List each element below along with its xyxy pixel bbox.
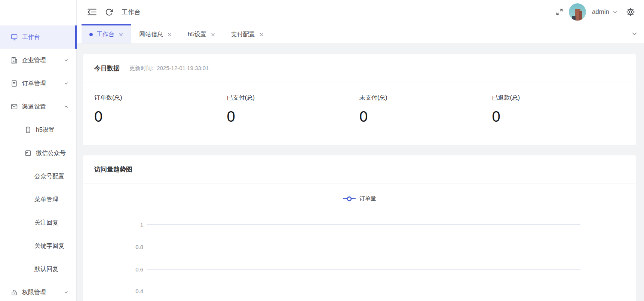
sidebar: 工作台 企业管理 订单管理 渠道设置	[0, 0, 77, 301]
y-axis-tick: 0.6	[83, 266, 143, 273]
chart-legend-item[interactable]: 订单量	[83, 195, 636, 202]
sidebar-item-label: 关注回复	[34, 219, 58, 227]
sidebar-item-wechat-official[interactable]: 微信公众号	[0, 142, 76, 165]
gridline	[147, 291, 580, 291]
main-content: 今日数据 更新时间: 2025-12-01 19:33:01 订单数(总) 0 …	[77, 44, 644, 301]
gridline	[147, 269, 580, 270]
username: admin	[592, 8, 609, 16]
sidebar-item-label: 渠道设置	[22, 103, 46, 111]
sidebar-menu: 工作台 企业管理 订单管理 渠道设置	[0, 25, 76, 301]
update-time-value: 2025-12-01 19:33:01	[157, 65, 209, 72]
tab-close-icon[interactable]	[119, 32, 123, 37]
stat-value: 0	[359, 108, 492, 125]
building-icon	[10, 57, 18, 64]
sidebar-item-h5-settings[interactable]: h5设置	[0, 118, 76, 142]
y-axis-tick: 0.8	[83, 244, 143, 250]
today-card-header: 今日数据 更新时间: 2025-12-01 19:33:01	[83, 54, 636, 82]
stat-value: 0	[227, 108, 360, 125]
tab-h5-settings[interactable]: h5设置	[180, 24, 223, 43]
sidebar-item-label: h5设置	[36, 126, 55, 134]
tab-bar: 工作台 网站信息 h5设置 支付配置	[77, 24, 644, 44]
tab-workbench[interactable]: 工作台	[82, 24, 131, 43]
tab-site-info[interactable]: 网站信息	[131, 24, 180, 43]
stat-unpaid: 未支付(总) 0	[359, 94, 492, 125]
topbar-right-group: admin	[555, 3, 644, 21]
tab-close-icon[interactable]	[259, 32, 264, 37]
sidebar-item-label: 公众号配置	[34, 173, 64, 180]
sidebar-item-default-reply[interactable]: 默认回复	[0, 258, 76, 281]
gear-icon[interactable]	[626, 7, 635, 16]
visit-trend-card: 访问量趋势图 订单量 1 0.8 0.6 0.4	[83, 155, 636, 301]
update-time: 更新时间: 2025-12-01 19:33:01	[129, 65, 209, 72]
fullscreen-icon[interactable]	[555, 8, 564, 16]
document-icon	[10, 80, 18, 87]
tab-close-icon[interactable]	[211, 32, 215, 37]
sidebar-item-label: 订单管理	[22, 80, 46, 88]
today-card-title: 今日数据	[94, 64, 120, 73]
trend-card-title: 访问量趋势图	[94, 165, 132, 174]
chevron-down-icon	[64, 58, 69, 63]
chevron-down-icon	[64, 81, 69, 86]
stat-value: 0	[492, 108, 625, 125]
stats-row: 订单数(总) 0 已支付(总) 0 未支付(总) 0 已退款(总) 0	[83, 82, 636, 125]
lock-icon	[10, 289, 18, 296]
sidebar-item-label: 权限管理	[22, 289, 46, 297]
sidebar-item-channels[interactable]: 渠道设置	[0, 95, 76, 118]
gridline	[147, 247, 580, 247]
chevron-down-icon	[64, 290, 69, 295]
active-dot-icon	[89, 33, 93, 36]
legend-label: 订单量	[359, 195, 376, 202]
tab-payment-config[interactable]: 支付配置	[223, 24, 272, 43]
update-time-label: 更新时间:	[129, 65, 153, 72]
phone-icon	[24, 126, 32, 134]
trend-card-header: 访问量趋势图	[83, 155, 636, 183]
y-axis-tick: 1	[83, 221, 143, 228]
tabs-dropdown-icon[interactable]	[631, 30, 638, 37]
sidebar-item-label: 工作台	[22, 33, 40, 41]
envelope-icon	[10, 103, 18, 110]
sidebar-item-label: 关键字回复	[34, 242, 64, 250]
sidebar-item-orders[interactable]: 订单管理	[0, 72, 76, 95]
collapse-sidebar-icon[interactable]	[87, 8, 97, 16]
sidebar-item-keyword-reply[interactable]: 关键字回复	[0, 234, 76, 258]
stat-value: 0	[94, 108, 227, 125]
monitor-icon	[10, 33, 18, 41]
trend-chart: 订单量 1 0.8 0.6 0.4	[83, 183, 636, 301]
chevron-down-icon	[612, 9, 618, 15]
line-series-marker-icon	[343, 198, 356, 199]
y-axis-tick: 0.4	[83, 288, 143, 294]
stat-paid: 已支付(总) 0	[227, 94, 360, 125]
chevron-up-icon	[64, 104, 69, 109]
sidebar-item-enterprise[interactable]: 企业管理	[0, 49, 76, 72]
refresh-icon[interactable]	[105, 8, 113, 16]
notebook-icon	[24, 149, 32, 157]
avatar[interactable]	[569, 3, 586, 21]
stat-total-orders: 订单数(总) 0	[94, 94, 227, 125]
sidebar-item-label: 默认回复	[34, 265, 58, 273]
sidebar-item-permissions[interactable]: 权限管理	[0, 281, 76, 301]
user-dropdown[interactable]: admin	[592, 8, 618, 16]
top-navbar: 工作台 admin	[77, 0, 644, 24]
sidebar-item-official-config[interactable]: 公众号配置	[0, 165, 76, 188]
sidebar-item-workbench[interactable]: 工作台	[0, 25, 76, 49]
breadcrumb: 工作台	[122, 8, 141, 16]
sidebar-item-menu-management[interactable]: 菜单管理	[0, 188, 76, 211]
gridline	[147, 224, 580, 225]
today-data-card: 今日数据 更新时间: 2025-12-01 19:33:01 订单数(总) 0 …	[83, 54, 636, 145]
stat-refunded: 已退款(总) 0	[492, 94, 625, 125]
sidebar-item-label: 微信公众号	[36, 149, 66, 157]
sidebar-item-label: 菜单管理	[34, 196, 58, 204]
sidebar-item-follow-reply[interactable]: 关注回复	[0, 211, 76, 234]
sidebar-item-label: 企业管理	[22, 57, 46, 64]
tab-close-icon[interactable]	[167, 32, 172, 37]
